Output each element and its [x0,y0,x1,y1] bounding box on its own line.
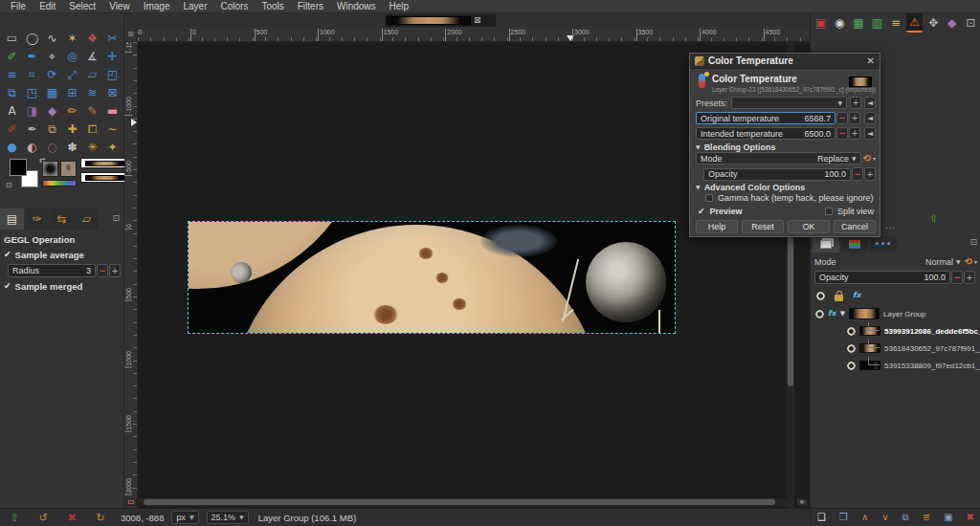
perspective-tool[interactable]: ◰ [102,65,122,83]
dialog-titlebar[interactable]: Color Temperature ✕ [690,54,880,69]
menu-filters[interactable]: Filters [291,0,330,12]
airbrush-tool[interactable]: ✐ [2,120,22,138]
bucket-fill-tool[interactable]: ◨ [22,101,42,120]
mypaint-brush-tool[interactable]: ◌ [42,138,62,156]
handle-transform-tool[interactable]: ▦ [42,83,62,101]
new-group-button[interactable]: ❒ [839,513,848,522]
layer-fx-icon[interactable]: fx [828,310,836,318]
quick-mask-button[interactable] [125,498,137,506]
flip-tool[interactable]: ⊠ [102,83,122,101]
clone-tool[interactable]: ⧉ [42,120,62,138]
scissors-select-tool[interactable]: ✂ [102,29,122,47]
default-colors-icon[interactable]: ⊡ [6,182,12,189]
blend-mode-combo[interactable]: Mode Replace ▼ [696,152,861,164]
intended-temperature-slider[interactable]: Intended temperature 6500.0 [696,127,835,140]
reset-button[interactable]: Reset [742,220,784,233]
split-view-toggle[interactable]: Split view [825,207,874,216]
effects-column-icon[interactable]: fx [853,292,861,299]
foreground-select-tool[interactable]: ✐ [2,47,22,65]
redo-icon[interactable]: ↻ [86,513,115,523]
histogram-icon[interactable]: ▥ [869,13,886,33]
intended-temperature-increase-button[interactable]: + [849,127,860,140]
mode-reset-icon[interactable]: ⟲ [965,257,972,267]
text-tool[interactable]: A [2,101,22,120]
visibility-eye-icon[interactable] [847,327,856,336]
paintbrush-tool[interactable]: ✎ [82,101,102,120]
dialog-opacity-decrease-button[interactable]: − [852,167,863,181]
image-preview-1[interactable] [80,158,128,168]
dialog-opacity-increase-button[interactable]: + [864,167,876,181]
perspective-clone-tool[interactable]: ⧠ [82,120,102,138]
ellipse-select-tool[interactable]: ◯ [22,29,42,47]
selection-editor-icon[interactable]: ▣ [813,13,830,33]
ruler-corner-button[interactable]: ⊞ [124,27,138,42]
tab-channels[interactable] [841,236,868,252]
images-tab[interactable]: ▱ [75,208,99,230]
layer-thumbnail[interactable] [849,308,880,319]
visibility-eye-icon[interactable] [815,310,824,318]
heal-tool[interactable]: ✚ [62,120,82,138]
shear-tool[interactable]: ▱ [82,65,102,83]
presets-combo[interactable]: ▼ [731,97,847,109]
preset-menu-button[interactable]: ◄ [864,97,876,109]
raise-layer-button[interactable]: ∧ [861,513,868,522]
horizontal-scrollbar-thumb[interactable] [144,499,775,505]
unit-select[interactable]: px ▼ [171,511,198,524]
cage-transform-tool[interactable]: ⊞ [62,83,82,101]
rectangle-select-tool[interactable]: ▭ [2,29,22,47]
layer-row[interactable]: fx▼Layer Group [811,305,980,322]
tab-paths[interactable]: ••• [870,236,897,252]
fuzzy-select-tool[interactable]: ✶ [62,29,82,47]
paint-select-tool[interactable]: ✽ [62,138,82,156]
menu-view[interactable]: View [102,0,137,12]
blur-sharpen-tool[interactable]: ● [2,138,22,156]
visibility-column-icon[interactable] [816,292,825,300]
dock-handle-icon[interactable]: … [885,221,895,230]
tool-options-tab[interactable]: ▤ [0,208,24,230]
pattern-preview[interactable] [60,161,77,177]
ink-tool[interactable]: ✒ [22,120,42,138]
export-indicator-icon[interactable]: ⇧ [929,213,938,224]
new-layer-button[interactable]: ❑ [817,513,826,522]
crop-tool[interactable]: ⌗ [22,65,42,83]
device-status-icon[interactable]: ◉ [832,13,849,33]
menu-select[interactable]: Select [62,0,102,12]
warp-transform-tool[interactable]: ≋ [82,83,102,101]
measure-tool[interactable]: ∡ [82,47,102,65]
horizontal-ruler[interactable]: -500050010001500200025003000350040004500 [138,27,810,42]
intended-temperature-reset-button[interactable]: ◄ [864,127,876,140]
image-tab[interactable]: ⊠ [385,14,496,27]
menu-tools[interactable]: Tools [255,0,290,12]
layer-row[interactable]: 53993912086_dedde6f5bc_c.j [811,322,980,340]
select-by-color-tool[interactable]: ❖ [82,29,102,47]
image-preview-2[interactable] [80,172,128,183]
dock-configure-icon[interactable]: ⊡ [112,214,120,223]
brush-preview[interactable] [42,161,58,177]
delete-layer-button[interactable]: ✖ [967,513,974,522]
undo-history-tab[interactable]: ⇆ [50,208,74,230]
menu-layer[interactable]: Layer [176,0,213,12]
duplicate-layer-button[interactable]: ⧉ [902,513,909,522]
navigation-button[interactable]: ✥ [796,498,808,506]
intended-temperature-decrease-button[interactable]: − [836,127,848,140]
image-tab-close-icon[interactable]: ⊠ [474,16,481,25]
original-temperature-decrease-button[interactable]: − [836,112,848,124]
close-icon[interactable]: ✕ [867,56,875,66]
3d-transform-tool[interactable]: ◳ [22,83,42,101]
error-console-icon[interactable]: ⚠ [906,13,924,33]
pointer-icon[interactable]: ✥ [924,13,942,33]
visibility-eye-icon[interactable] [847,362,856,370]
vertical-ruler[interactable]: -1500-1000-5000500100015002000 [124,42,138,508]
pencil-tool[interactable]: ✏ [62,101,82,120]
menu-help[interactable]: Help [383,0,416,12]
gradient-preview[interactable] [42,180,77,186]
advanced-color-options-expander[interactable]: ▼ Advanced Color Options [696,183,805,192]
original-temperature-reset-button[interactable]: ◄ [864,112,876,124]
move-tool[interactable]: ✛ [102,47,122,65]
unified-transform-tool[interactable]: ⧉ [2,83,22,101]
zoom-tool[interactable]: ◎ [62,47,82,65]
gamma-hack-checkbox[interactable] [705,194,713,202]
cancel-icon[interactable]: ✖ [57,513,86,523]
opacity-slider[interactable]: Opacity 100.0 [814,271,950,284]
add-preset-button[interactable]: + [850,97,861,109]
